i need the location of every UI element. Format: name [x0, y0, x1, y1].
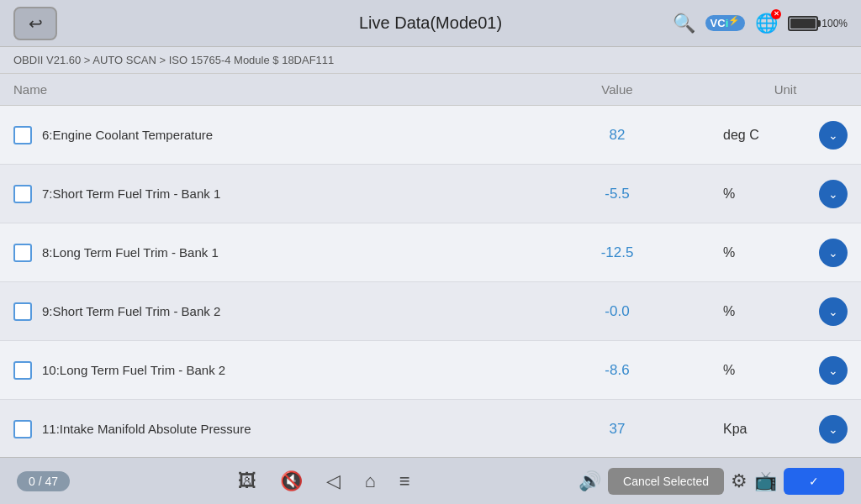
chevron-down-icon: ⌄ [828, 129, 838, 142]
battery-indicator: 100% [788, 16, 848, 31]
unit-label-9: % [723, 304, 735, 319]
cell-unit-6: deg C ⌄ [710, 109, 861, 161]
back-nav-icon[interactable]: ◁ [326, 470, 341, 492]
back-icon: ↩ [29, 13, 43, 34]
cell-name-6: 6:Engine Coolant Temperature [0, 114, 525, 156]
col-name-header: Name [0, 74, 525, 105]
chevron-btn-7[interactable]: ⌄ [819, 180, 848, 208]
cell-value-9: -0.0 [525, 291, 710, 332]
row-label-8: 8:Long Term Fuel Trim - Bank 1 [42, 245, 219, 260]
chevron-btn-11[interactable]: ⌄ [819, 415, 848, 444]
chevron-btn-9[interactable]: ⌄ [819, 297, 848, 326]
chevron-btn-6[interactable]: ⌄ [819, 121, 848, 150]
chevron-btn-10[interactable]: ⌄ [819, 356, 848, 385]
table-row: 8:Long Term Fuel Trim - Bank 1 -12.5 % ⌄ [0, 223, 861, 282]
unit-label-6: deg C [723, 128, 759, 143]
wifi-icon: ⚡ [728, 15, 740, 26]
battery-percent: 100% [821, 18, 848, 29]
back-button[interactable]: ↩ [13, 7, 57, 40]
cell-unit-9: % ⌄ [710, 286, 861, 338]
cast-icon[interactable]: 📺 [754, 470, 777, 492]
cancel-selected-button[interactable]: Cancel Selected [608, 468, 724, 495]
battery-body [788, 16, 818, 31]
unit-label-11: Kpa [723, 422, 747, 437]
header: ↩ Live Data(Mode01) 🔍 VC i ⚡ 🌐 ✕ 100% [0, 0, 861, 47]
cell-name-7: 7:Short Term Fuel Trim - Bank 1 [0, 173, 525, 215]
cell-unit-10: % ⌄ [710, 344, 861, 396]
page-title: Live Data(Mode01) [359, 13, 502, 33]
cell-name-8: 8:Long Term Fuel Trim - Bank 1 [0, 232, 525, 274]
row-label-11: 11:Intake Manifold Absolute Pressure [42, 422, 251, 436]
chevron-btn-8[interactable]: ⌄ [819, 239, 848, 267]
image-icon[interactable]: 🖼 [238, 470, 256, 492]
chevron-down-icon: ⌄ [828, 187, 838, 201]
volume-icon[interactable]: 🔇 [280, 470, 303, 492]
bottom-right-actions: 🔊 Cancel Selected ⚙ 📺 ✓ [578, 468, 844, 495]
unit-label-8: % [723, 245, 735, 260]
row-label-7: 7:Short Term Fuel Trim - Bank 1 [42, 186, 220, 201]
row-checkbox-10[interactable] [13, 361, 32, 380]
row-label-6: 6:Engine Coolant Temperature [42, 128, 213, 142]
table-row: 6:Engine Coolant Temperature 82 deg C ⌄ [0, 106, 861, 165]
header-left: ↩ [13, 7, 57, 40]
cell-name-9: 9:Short Term Fuel Trim - Bank 2 [0, 291, 525, 333]
unit-label-7: % [723, 186, 735, 202]
header-right: 🔍 VC i ⚡ 🌐 ✕ 100% [673, 13, 848, 34]
col-unit-header: Unit [710, 74, 861, 105]
bottom-bar: 0 / 47 🖼 🔇 ◁ ⌂ ≡ 🔊 Cancel Selected ⚙ 📺 ✓ [0, 457, 861, 504]
cell-value-10: -8.6 [525, 350, 710, 391]
row-checkbox-11[interactable] [13, 420, 32, 438]
row-label-9: 9:Short Term Fuel Trim - Bank 2 [42, 304, 220, 318]
row-checkbox-7[interactable] [13, 185, 32, 203]
speaker-icon[interactable]: 🔊 [578, 470, 601, 492]
vci-badge: VC i ⚡ [705, 15, 746, 31]
table-header: Name Value Unit [0, 74, 861, 106]
table-row: 10:Long Term Fuel Trim - Bank 2 -8.6 % ⌄ [0, 341, 861, 400]
cell-value-6: 82 [525, 115, 710, 155]
table-row: 11:Intake Manifold Absolute Pressure 37 … [0, 400, 861, 450]
confirm-button[interactable]: ✓ [784, 468, 844, 495]
table-body: 6:Engine Coolant Temperature 82 deg C ⌄ … [0, 106, 861, 450]
row-label-10: 10:Long Term Fuel Trim - Bank 2 [42, 363, 225, 377]
cell-value-8: -12.5 [525, 233, 710, 273]
table-row: 9:Short Term Fuel Trim - Bank 2 -0.0 % ⌄ [0, 282, 861, 341]
search-icon[interactable]: 🔍 [673, 13, 695, 34]
home-icon[interactable]: ⌂ [364, 470, 375, 492]
cell-name-11: 11:Intake Manifold Absolute Pressure [0, 408, 525, 450]
row-checkbox-9[interactable] [13, 302, 32, 321]
cell-value-11: 37 [525, 409, 710, 449]
cell-unit-8: % ⌄ [710, 227, 861, 279]
cell-name-10: 10:Long Term Fuel Trim - Bank 2 [0, 349, 525, 391]
unit-label-10: % [723, 363, 735, 378]
bottom-icons: 🖼 🔇 ◁ ⌂ ≡ [238, 470, 409, 492]
row-checkbox-6[interactable] [13, 126, 32, 144]
chevron-down-icon: ⌄ [828, 246, 838, 260]
cell-unit-11: Kpa ⌄ [710, 403, 861, 451]
chevron-down-icon: ⌄ [828, 364, 838, 377]
globe-error-icon: ✕ [771, 9, 781, 19]
vci-label: VC [710, 17, 726, 29]
cell-unit-7: % ⌄ [710, 168, 861, 220]
chevron-down-icon: ⌄ [828, 305, 838, 318]
col-value-header: Value [525, 74, 710, 105]
table-row: 7:Short Term Fuel Trim - Bank 1 -5.5 % ⌄ [0, 165, 861, 223]
breadcrumb: OBDII V21.60 > AUTO SCAN > ISO 15765-4 M… [0, 47, 861, 74]
settings-icon[interactable]: ⚙ [731, 470, 747, 492]
battery-fill [790, 18, 816, 29]
menu-icon[interactable]: ≡ [399, 470, 410, 492]
chevron-down-icon: ⌄ [828, 423, 838, 436]
count-badge: 0 / 47 [17, 471, 70, 491]
row-checkbox-8[interactable] [13, 244, 32, 262]
globe-wrapper: 🌐 ✕ [755, 13, 778, 34]
cell-value-7: -5.5 [525, 174, 710, 214]
